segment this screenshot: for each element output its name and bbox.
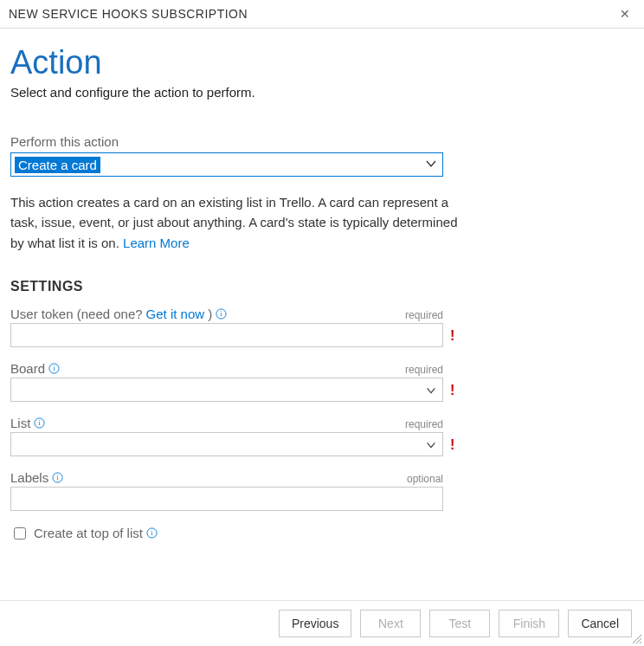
action-description: This action creates a card on an existin… xyxy=(10,192,460,253)
settings-heading: SETTINGS xyxy=(10,279,613,294)
info-icon[interactable]: i xyxy=(216,308,227,320)
required-tag: required xyxy=(405,418,443,430)
labels-input[interactable] xyxy=(10,487,443,511)
chevron-down-icon xyxy=(425,439,437,455)
previous-button[interactable]: Previous xyxy=(279,610,351,637)
svg-text:i: i xyxy=(39,419,42,427)
user-token-label: User token (need one? Get it now) i xyxy=(10,307,227,321)
action-select[interactable]: Create a card xyxy=(10,152,443,177)
info-icon[interactable]: i xyxy=(34,417,45,429)
dialog-title: NEW SERVICE HOOKS SUBSCRIPTION xyxy=(9,7,248,21)
setting-list: List i required ! xyxy=(10,416,469,456)
create-top-checkbox[interactable] xyxy=(14,527,26,539)
board-select[interactable] xyxy=(10,378,443,402)
chevron-down-icon xyxy=(425,384,437,400)
setting-board: Board i required ! xyxy=(10,361,469,402)
action-select-value: Create a card xyxy=(15,157,100,173)
page-subtitle: Select and configure the action to perfo… xyxy=(10,85,613,100)
board-label: Board i xyxy=(10,361,60,376)
info-icon[interactable]: i xyxy=(146,527,158,539)
setting-create-top: Create at top of list i xyxy=(10,525,613,542)
next-button[interactable]: Next xyxy=(360,610,421,637)
chevron-down-icon xyxy=(424,157,438,174)
action-select-label: Perform this action xyxy=(10,134,613,149)
cancel-button[interactable]: Cancel xyxy=(568,610,632,637)
list-label: List i xyxy=(10,416,45,430)
optional-tag: optional xyxy=(407,473,443,485)
page-title: Action xyxy=(10,44,613,81)
svg-text:i: i xyxy=(53,365,55,372)
svg-text:i: i xyxy=(151,530,153,538)
get-token-link[interactable]: Get it now xyxy=(146,307,205,321)
setting-user-token: User token (need one? Get it now) i requ… xyxy=(10,307,469,347)
list-select[interactable] xyxy=(10,432,443,456)
svg-text:i: i xyxy=(220,310,222,318)
create-top-label: Create at top of list i xyxy=(34,526,158,540)
error-icon: ! xyxy=(450,383,454,398)
error-icon: ! xyxy=(450,437,454,453)
learn-more-link[interactable]: Learn More xyxy=(123,236,190,250)
footer: Previous Next Test Finish Cancel xyxy=(0,600,644,646)
close-button[interactable]: ✕ xyxy=(615,5,635,23)
test-button[interactable]: Test xyxy=(429,610,490,637)
user-token-input[interactable] xyxy=(10,323,443,347)
required-tag: required xyxy=(405,309,443,321)
info-icon[interactable]: i xyxy=(52,472,63,483)
error-icon: ! xyxy=(450,328,454,344)
labels-label: Labels i xyxy=(10,470,63,485)
setting-labels: Labels i optional xyxy=(10,470,469,511)
svg-text:i: i xyxy=(57,474,60,481)
titlebar: NEW SERVICE HOOKS SUBSCRIPTION ✕ xyxy=(0,0,644,29)
required-tag: required xyxy=(405,364,443,376)
finish-button[interactable]: Finish xyxy=(499,610,559,637)
scroll-region[interactable]: Action Select and configure the action t… xyxy=(0,29,644,600)
info-icon[interactable]: i xyxy=(48,363,60,374)
